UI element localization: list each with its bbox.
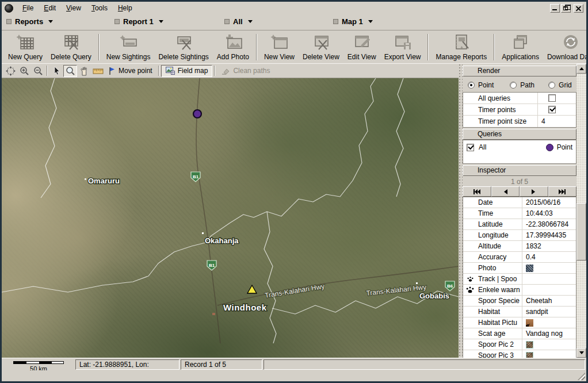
- minimize-button[interactable]: [550, 4, 560, 13]
- applications-label: Applications: [502, 53, 539, 61]
- query-point-legend-icon: [546, 144, 553, 151]
- queries-section-header[interactable]: Queries: [463, 129, 576, 140]
- magnifier-icon: [66, 66, 75, 76]
- toolbar-separator: [98, 34, 100, 60]
- report-selector-label: Report 1: [123, 17, 154, 26]
- flag-icon: [109, 67, 116, 75]
- status-bar: 50 km Lat: -21.9888951, Lon: 18.5614014 …: [2, 358, 586, 370]
- timer-point-marker[interactable]: [193, 110, 201, 118]
- restore-icon: [563, 6, 568, 10]
- map-canvas[interactable]: Omaruru Okahanja Windhoek Gobabis Trans-…: [2, 78, 459, 358]
- menu-file[interactable]: File: [17, 3, 39, 13]
- new-view-button[interactable]: New View: [260, 32, 299, 62]
- manage-reports-button[interactable]: Manage Reports: [432, 32, 491, 62]
- add-photo-icon: [223, 33, 243, 52]
- town-label-gobabis: Gobabis: [419, 292, 449, 300]
- highway-label: Trans-Kalahari Hwy: [264, 282, 325, 300]
- query-all-checkbox[interactable]: [467, 144, 474, 151]
- delete-view-button[interactable]: Delete View: [299, 32, 343, 62]
- edit-view-button[interactable]: Edit View: [343, 32, 380, 62]
- option-label: Timer points: [463, 104, 538, 115]
- zoom-tool-button[interactable]: [63, 65, 77, 77]
- next-record-button[interactable]: [520, 186, 548, 197]
- menu-edit[interactable]: Edit: [39, 3, 61, 13]
- delete-query-button[interactable]: Delete Query: [47, 32, 96, 62]
- export-view-icon: [393, 33, 413, 52]
- edit-view-label: Edit View: [348, 53, 376, 61]
- previous-record-button[interactable]: [491, 186, 520, 197]
- reports-selector[interactable]: Reports: [6, 17, 53, 26]
- hand-icon: [79, 66, 89, 76]
- triangle-up-icon: [579, 67, 584, 70]
- resize-grip[interactable]: [578, 373, 585, 380]
- inspector-section-header[interactable]: Inspector: [463, 165, 576, 176]
- status-empty-section: [264, 359, 585, 370]
- map-column: Move point Field map Clean pa: [2, 64, 459, 358]
- first-record-button[interactable]: [463, 186, 491, 197]
- add-photo-button[interactable]: Add Photo: [213, 32, 253, 62]
- inspector-row: Latitude -22.38066784: [463, 219, 576, 230]
- applications-button[interactable]: Applications: [498, 32, 543, 62]
- delete-sightings-button[interactable]: Delete Sightings: [154, 32, 212, 62]
- panel-scrollbar[interactable]: [576, 64, 586, 358]
- report-selector[interactable]: Report 1: [114, 17, 163, 26]
- delete-sightings-label: Delete Sightings: [158, 53, 208, 61]
- query-row: All Point: [463, 140, 576, 154]
- menu-tools[interactable]: Tools: [86, 3, 113, 13]
- delete-query-label: Delete Query: [51, 53, 91, 61]
- radio-point[interactable]: [468, 82, 475, 89]
- manage-reports-icon: [451, 33, 472, 52]
- habitat-thumbnail[interactable]: [526, 319, 533, 327]
- scale-section: 50 km: [2, 359, 74, 370]
- manage-reports-label: Manage Reports: [436, 53, 487, 61]
- zoom-out-button[interactable]: [31, 65, 45, 77]
- inspector-table: Date 2015/06/16 Time 10:44:03 Latitude -…: [463, 197, 576, 358]
- new-query-label: New Query: [8, 53, 43, 61]
- timer-points-checkbox[interactable]: [548, 106, 556, 113]
- field-value: 10:44:03: [522, 209, 576, 217]
- new-query-button[interactable]: New Query: [4, 32, 47, 62]
- option-row: All queries: [463, 93, 576, 104]
- export-view-button[interactable]: Export View: [380, 32, 425, 62]
- timer-point-size-value[interactable]: 4: [538, 117, 576, 125]
- inspector-row: Habitat sandpit: [463, 307, 576, 317]
- pan-tool-button[interactable]: [77, 65, 91, 77]
- radio-point-label: Point: [478, 81, 494, 89]
- move-point-button[interactable]: Move point: [105, 65, 156, 77]
- query-selector[interactable]: All: [224, 17, 253, 26]
- photo-thumbnail[interactable]: [526, 265, 533, 272]
- zoom-in-button[interactable]: [17, 65, 31, 77]
- delete-view-icon: [311, 33, 331, 52]
- clean-paths-button: Clean paths: [217, 65, 274, 77]
- fit-extent-button[interactable]: [3, 65, 17, 77]
- scroll-up-button[interactable]: [576, 64, 586, 74]
- clean-paths-label: Clean paths: [233, 67, 270, 75]
- triangle-down-icon: [579, 351, 584, 354]
- radio-path[interactable]: [510, 82, 517, 89]
- select-tool-button[interactable]: [49, 65, 63, 77]
- menu-help[interactable]: Help: [113, 3, 138, 13]
- radio-grid[interactable]: [548, 82, 555, 89]
- paw-icon: [466, 286, 474, 294]
- restore-button[interactable]: [561, 4, 571, 13]
- last-record-button[interactable]: [548, 186, 577, 197]
- window-frame: File Edit View Tools Help Reports Report…: [0, 0, 588, 383]
- render-section-header[interactable]: Render: [463, 66, 576, 76]
- panel-splitter[interactable]: [459, 64, 463, 358]
- query-all-label: All: [479, 143, 486, 151]
- spoor-thumbnail[interactable]: [526, 352, 533, 358]
- menu-view[interactable]: View: [61, 3, 86, 13]
- record-navigation: [463, 186, 576, 197]
- download-data-button[interactable]: Download Data: [543, 32, 586, 62]
- spoor-thumbnail[interactable]: [526, 341, 533, 348]
- map-selector[interactable]: Map 1: [333, 17, 373, 26]
- all-queries-checkbox[interactable]: [548, 94, 556, 102]
- sighting-triangle-marker[interactable]: [247, 285, 257, 293]
- close-button[interactable]: [574, 4, 583, 13]
- measure-tool-button[interactable]: [91, 65, 105, 77]
- scroll-down-button[interactable]: [576, 348, 586, 358]
- scrollbar-thumb[interactable]: [576, 203, 586, 261]
- delete-view-label: Delete View: [303, 53, 339, 61]
- new-sightings-button[interactable]: New Sightings: [102, 32, 155, 62]
- field-map-button[interactable]: Field map: [161, 65, 213, 77]
